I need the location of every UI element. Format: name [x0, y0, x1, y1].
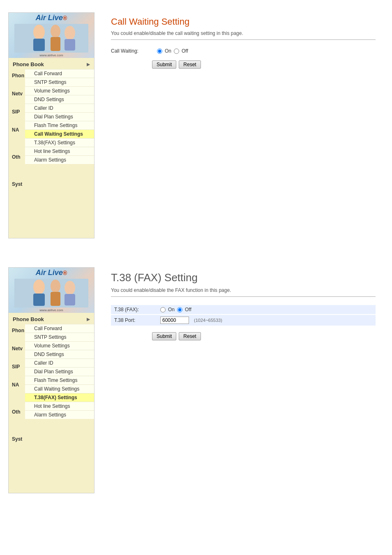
- phonebook-label-2: Phone Book: [13, 316, 44, 322]
- call-waiting-section: Air Live® www.airlive.com: [0, 0, 392, 247]
- t38-form: T.38 (FAX): On Off T.38 Port: (1024~6553…: [111, 305, 376, 340]
- call-waiting-off-label[interactable]: Off: [182, 48, 188, 54]
- page-description-t38: You could enable/disable the FAX functio…: [111, 287, 376, 297]
- phonebook-arrow-2: ▶: [87, 317, 90, 321]
- t38-fax-on-radio[interactable]: [160, 307, 166, 312]
- menu-sntp-settings-2[interactable]: SNTP Settings: [25, 333, 94, 341]
- t38-main: T.38 (FAX) Setting You could enable/disa…: [103, 267, 384, 493]
- section-sip: SIP: [9, 106, 25, 115]
- menu-sntp-settings[interactable]: SNTP Settings: [25, 78, 94, 86]
- svg-rect-11: [51, 292, 60, 306]
- logo-image-2: [14, 279, 88, 308]
- t38-fax-on-label[interactable]: On: [168, 307, 175, 312]
- menu-volume-settings[interactable]: Volume Settings: [25, 86, 94, 95]
- call-waiting-radio-group: On Off: [157, 48, 188, 54]
- menu-call-forward-2[interactable]: Call Forward: [25, 324, 94, 333]
- svg-rect-13: [65, 294, 75, 305]
- call-waiting-form: Call Waiting: On Off Submit Reset: [111, 48, 376, 69]
- call-waiting-main: Call Waiting Setting You could enable/di…: [103, 12, 384, 238]
- menu-t38-fax[interactable]: T.38(FAX) Settings: [25, 138, 94, 147]
- section-network-2: Netv: [9, 343, 25, 352]
- svg-point-3: [51, 25, 60, 38]
- section-network: Netv: [9, 88, 25, 97]
- menu-t38-fax-2[interactable]: T.38(FAX) Settings: [25, 393, 94, 402]
- call-waiting-label: Call Waiting:: [111, 48, 152, 54]
- menu-call-waiting-2[interactable]: Call Waiting Settings: [25, 384, 94, 393]
- section-system: Syst: [9, 178, 25, 187]
- svg-rect-9: [33, 294, 45, 306]
- t38-section: Air Live® www.airlive.com Ph: [0, 255, 392, 502]
- phonebook-link[interactable]: Phone Book ▶: [9, 58, 94, 69]
- call-waiting-off-radio[interactable]: [174, 49, 179, 54]
- call-waiting-row: Call Waiting: On Off: [111, 48, 376, 54]
- t38-port-input[interactable]: [160, 317, 189, 324]
- menu-hotline[interactable]: Hot line Settings: [25, 147, 94, 155]
- menu-dial-plan[interactable]: Dial Plan Settings: [25, 112, 94, 121]
- menu-call-waiting[interactable]: Call Waiting Settings: [25, 130, 94, 138]
- t38-port-hint: (1024~65533): [194, 318, 222, 323]
- section-phone: Phon: [9, 70, 25, 79]
- menu-caller-id[interactable]: Caller ID: [25, 104, 94, 112]
- phonebook-link-2[interactable]: Phone Book ▶: [9, 313, 94, 324]
- logo-area-2: Air Live® www.airlive.com: [9, 268, 94, 313]
- call-waiting-on-radio[interactable]: [157, 49, 162, 54]
- section-other: Oth: [9, 151, 25, 160]
- svg-rect-6: [65, 39, 75, 51]
- svg-rect-2: [33, 39, 45, 51]
- page-title-call-waiting: Call Waiting Setting: [111, 16, 376, 27]
- menu-volume-settings-2[interactable]: Volume Settings: [25, 341, 94, 350]
- section-other-2: Oth: [9, 406, 25, 415]
- section-nat: NA: [9, 124, 25, 133]
- brand-logo: Air Live®: [14, 14, 88, 22]
- t38-port-row: T.38 Port: (1024~65533): [111, 315, 376, 326]
- t38-fax-off-radio[interactable]: [177, 307, 182, 312]
- t38-fax-label: T.38 (FAX):: [114, 307, 155, 312]
- brand-logo-2: Air Live®: [14, 268, 88, 277]
- logo-url-2: www.airlive.com: [14, 308, 88, 312]
- t38-fax-off-label[interactable]: Off: [185, 307, 191, 312]
- svg-point-1: [33, 25, 45, 39]
- svg-point-12: [65, 281, 75, 295]
- svg-point-8: [33, 280, 45, 294]
- menu-hotline-2[interactable]: Hot line Settings: [25, 402, 94, 410]
- menu-caller-id-2[interactable]: Caller ID: [25, 358, 94, 367]
- section-sip-2: SIP: [9, 361, 25, 370]
- section-system-2: Syst: [9, 433, 25, 442]
- page-description-call-waiting: You could enable/disable the call waitin…: [111, 30, 376, 40]
- t38-buttons: Submit Reset: [111, 332, 376, 340]
- t38-fax-radio-group: On Off: [160, 307, 191, 312]
- menu-flash-time[interactable]: Flash Time Settings: [25, 121, 94, 130]
- svg-rect-4: [51, 37, 60, 51]
- logo-url: www.airlive.com: [14, 53, 88, 57]
- menu-call-forward[interactable]: Call Forward: [25, 69, 94, 78]
- menu-dial-plan-2[interactable]: Dial Plan Settings: [25, 367, 94, 376]
- t38-fax-row: T.38 (FAX): On Off: [111, 305, 376, 314]
- t38-fax-radio-row: T.38 (FAX): On Off: [114, 307, 372, 312]
- section-nat-2: NA: [9, 379, 25, 388]
- phonebook-label: Phone Book: [13, 61, 44, 67]
- t38-submit-button[interactable]: Submit: [152, 332, 176, 340]
- menu-alarm-2[interactable]: Alarm Settings: [25, 410, 94, 419]
- call-waiting-submit-button[interactable]: Submit: [152, 60, 176, 69]
- svg-point-10: [51, 280, 60, 293]
- t38-reset-button[interactable]: Reset: [179, 332, 201, 340]
- call-waiting-reset-button[interactable]: Reset: [179, 60, 201, 69]
- menu-alarm[interactable]: Alarm Settings: [25, 155, 94, 164]
- page-title-t38: T.38 (FAX) Setting: [111, 271, 376, 284]
- menu-dnd-settings[interactable]: DND Settings: [25, 95, 94, 104]
- call-waiting-buttons: Submit Reset: [111, 60, 376, 69]
- section-phone-2: Phon: [9, 325, 25, 334]
- call-waiting-on-label[interactable]: On: [165, 48, 171, 54]
- logo-image: [14, 24, 88, 53]
- logo-area: Air Live® www.airlive.com: [9, 13, 94, 58]
- menu-flash-time-2[interactable]: Flash Time Settings: [25, 376, 94, 384]
- menu-dnd-settings-2[interactable]: DND Settings: [25, 350, 94, 358]
- sidebar-1: Air Live® www.airlive.com: [8, 12, 95, 238]
- phonebook-arrow: ▶: [87, 62, 90, 67]
- t38-port-input-row: T.38 Port: (1024~65533): [114, 317, 372, 324]
- sidebar-2: Air Live® www.airlive.com Ph: [8, 267, 95, 493]
- svg-point-5: [65, 26, 75, 40]
- t38-port-label: T.38 Port:: [114, 317, 155, 323]
